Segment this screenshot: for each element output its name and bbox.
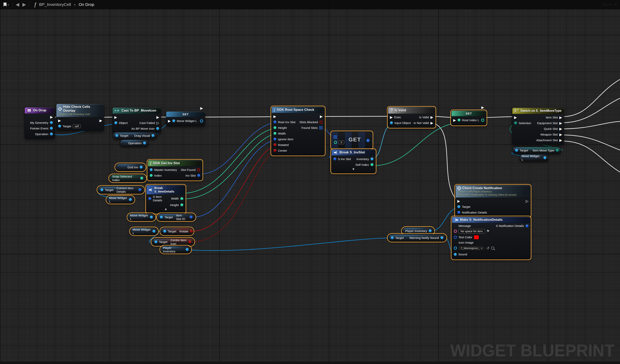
pin-notification-details[interactable] xyxy=(457,211,460,214)
pin-value-out[interactable] xyxy=(200,120,203,122)
pin-index[interactable] xyxy=(150,174,153,177)
pin-out[interactable] xyxy=(429,229,432,232)
pin-out[interactable] xyxy=(186,248,189,251)
exec-out-pin[interactable]: ▷ xyxy=(526,199,528,203)
pin-out[interactable] xyxy=(190,216,193,219)
pin-ignore-item[interactable] xyxy=(273,138,276,141)
pin-target[interactable] xyxy=(160,216,163,219)
pin-case-item-slot[interactable]: ▶ xyxy=(559,116,562,119)
pin-center[interactable] xyxy=(273,149,276,152)
pin-pointer-event[interactable] xyxy=(50,127,53,130)
pin-out[interactable] xyxy=(543,156,546,159)
node-sgk-root-space-check[interactable]: f SGK Root Space Check ▶ ▶ Root Inv Slot… xyxy=(271,107,325,155)
pin-sound[interactable] xyxy=(454,253,457,256)
message-input[interactable]: No space for item xyxy=(459,229,485,233)
node-break-s-itemdetails[interactable]: Break S_ItemDetails S Item Details Width… xyxy=(146,185,185,213)
pin-root-index-l[interactable] xyxy=(458,119,461,121)
color-swatch[interactable] xyxy=(474,235,479,240)
exec-in-pin[interactable]: ▶ xyxy=(168,119,171,123)
pin-is-valid-out[interactable]: ▶ xyxy=(430,116,433,119)
pin-icon-image[interactable] xyxy=(454,246,457,250)
pin-height[interactable] xyxy=(180,203,183,206)
exec-in-pin[interactable]: ▶ xyxy=(58,119,61,122)
flag-icon[interactable]: ⚑ xyxy=(486,229,490,233)
node-break-s-invslot[interactable]: Break S_InvSlot S Inv Slot Inventory Sel… xyxy=(331,149,375,173)
forward-button[interactable]: ▶ xyxy=(22,2,26,7)
pin-array-in-icon[interactable] xyxy=(334,135,337,139)
reset-icon[interactable]: ↺ xyxy=(486,246,490,250)
pin-inventory[interactable] xyxy=(371,158,373,161)
expand-chevron-icon[interactable]: ∨ xyxy=(332,167,375,171)
pin-out[interactable] xyxy=(143,142,146,145)
pin-out[interactable] xyxy=(556,149,559,152)
pill-get-grid-inv[interactable]: Grid Inv xyxy=(116,164,145,171)
pin-rotated[interactable] xyxy=(273,143,276,146)
pin-input-object[interactable] xyxy=(390,121,393,124)
node-sgk-get-inv-slot[interactable]: f SGK Get Inv Slot Master Inventory Slot… xyxy=(148,160,202,180)
pin-selection[interactable] xyxy=(514,121,517,124)
exec-out-pin[interactable]: ▶ xyxy=(50,115,53,119)
exec-out-pin[interactable]: ▶ xyxy=(99,119,102,122)
icon-image-dropdown[interactable]: T_WarningIcon_∨ xyxy=(459,246,485,250)
pin-out[interactable] xyxy=(440,236,443,239)
pin-element-out-icon[interactable] xyxy=(366,138,370,142)
pin-operation[interactable] xyxy=(50,133,53,136)
pill-get-move-widget-l[interactable]: Move Widget L xyxy=(130,228,158,235)
pin-out[interactable] xyxy=(140,166,143,169)
pill-get-rotate[interactable]: Target Rotate xyxy=(160,228,193,235)
pin-width[interactable] xyxy=(273,132,276,135)
pin-target[interactable] xyxy=(58,125,61,128)
node-set-move-widget[interactable]: SET ▶ Move Widget L ▶ xyxy=(166,111,205,126)
pin-s-notification-details-out[interactable] xyxy=(526,225,528,228)
pin-value-out[interactable] xyxy=(481,119,484,122)
pin-self-index[interactable] xyxy=(371,163,373,166)
bookmark-button[interactable]: ∨ xyxy=(3,2,9,7)
pin-out[interactable] xyxy=(152,134,155,137)
node-cast-to-bp-moveicon[interactable]: Cast To BP_MoveIcon ▶ ▶ Object Cast Fail… xyxy=(112,107,161,133)
pin-case-weapon-slot[interactable]: ▶ xyxy=(559,133,562,136)
pin-target[interactable] xyxy=(391,236,394,239)
breadcrumb-graph[interactable]: On Drop xyxy=(78,2,94,7)
pin-inv-slot[interactable] xyxy=(197,174,200,177)
pill-get-move-widget-l[interactable]: Move Widget L xyxy=(107,196,134,203)
node-on-drop[interactable]: On Drop ▶ My Geometry Pointer Event Oper… xyxy=(25,107,55,139)
node-set-root-index[interactable]: SET ▶ Root Index L ▶ xyxy=(451,111,486,125)
pill-get-warning-notify-sound[interactable]: Target Warning Notify Sound xyxy=(388,234,446,242)
node-array-get[interactable]: 0 GET xyxy=(331,132,372,149)
pin-out[interactable] xyxy=(188,241,191,243)
exec-in-pin[interactable]: ▶ xyxy=(390,116,393,119)
pin-case-quick-slot[interactable]: ▶ xyxy=(559,127,562,131)
pin-master-inventory[interactable] xyxy=(150,168,153,171)
exec-out-pin[interactable]: ▶ xyxy=(320,115,323,118)
index-value-field[interactable]: 0 xyxy=(339,140,344,144)
pill-get-move-widget-l[interactable]: Move Widget L xyxy=(128,213,155,221)
pin-target[interactable] xyxy=(457,205,460,208)
pin-index[interactable] xyxy=(334,141,337,144)
pin-as-bp-move-icon[interactable] xyxy=(156,127,159,130)
pill-get-operation[interactable]: Operation xyxy=(120,139,149,147)
pin-object[interactable] xyxy=(114,121,117,124)
pin-target[interactable] xyxy=(155,241,157,243)
exec-out-pin[interactable]: ▶ xyxy=(481,106,484,109)
pill-get-player-inventory[interactable]: Player Inventory xyxy=(402,227,434,235)
pin-case-attachment-slot[interactable]: ▶ xyxy=(559,138,562,142)
pin-out[interactable] xyxy=(140,177,143,180)
pin-out[interactable] xyxy=(150,216,153,219)
blueprint-graph-canvas[interactable]: WIDGET BLUEPRINT xyxy=(0,0,620,364)
pill-get-centre-item-icon[interactable]: Target Centre Item Icon xyxy=(152,238,194,245)
pin-target[interactable] xyxy=(115,134,118,137)
pin-out[interactable] xyxy=(129,198,132,201)
pin-slots-blocked[interactable] xyxy=(319,121,323,124)
exec-in-pin[interactable]: ▶ xyxy=(457,199,460,203)
pin-cast-failed[interactable]: ▷ xyxy=(156,121,159,125)
node-make-s-notificationdetails[interactable]: Make S_NotificationDetails Message S Not… xyxy=(452,217,530,259)
pin-text-color[interactable] xyxy=(454,236,457,239)
node-is-valid[interactable]: ? Is Valid ▶ Exec Is Valid ▶ Input Objec… xyxy=(388,107,435,127)
pin-out[interactable] xyxy=(190,230,193,233)
exec-in-pin[interactable]: ▶ xyxy=(453,119,456,122)
collapse-chevron-icon[interactable]: ∧ xyxy=(147,208,185,212)
pin-slot-found[interactable] xyxy=(197,168,200,171)
pin-out[interactable] xyxy=(138,188,141,191)
exec-in-pin[interactable]: ▶ xyxy=(114,116,117,119)
breadcrumb-blueprint[interactable]: BP_InventoryCell xyxy=(39,2,71,7)
